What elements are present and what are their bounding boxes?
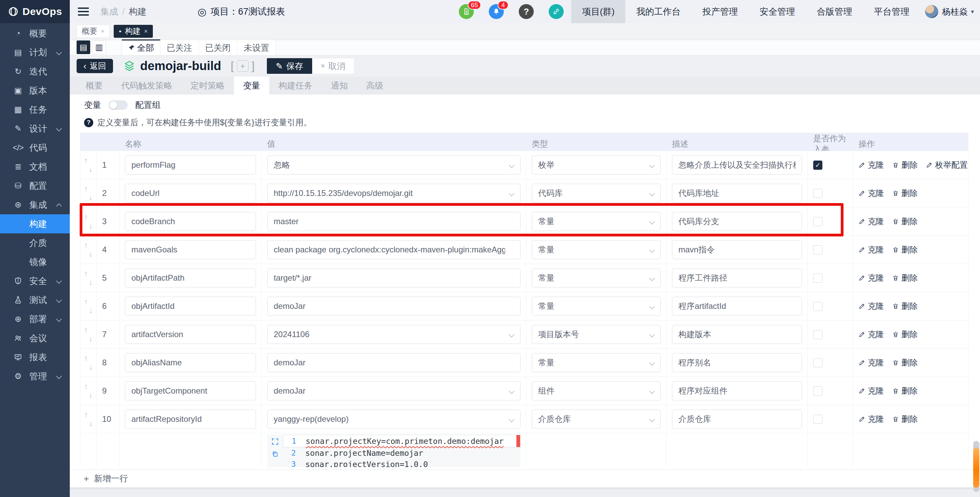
filter-tab-unset[interactable]: 未设置 (237, 40, 276, 55)
variable-name-input[interactable] (125, 212, 256, 231)
sidebar-item-plan[interactable]: ▤计划 (0, 43, 70, 62)
variable-desc-input[interactable] (672, 325, 802, 344)
move-down-button[interactable]: ↓ (89, 222, 92, 230)
sidebar-item-docs[interactable]: ≣文档 (0, 157, 70, 176)
tab-chip-build[interactable]: ● 构建 × (114, 25, 153, 38)
variable-name-input[interactable] (125, 156, 256, 175)
clone-button[interactable]: 克隆 (859, 160, 884, 170)
sidebar-item-config[interactable]: ⛁配置 (0, 176, 70, 195)
nav-security-mgmt[interactable]: 安全管理 (749, 0, 806, 23)
tab-code-trigger-policy[interactable]: 代码触发策略 (112, 76, 181, 95)
move-up-button[interactable]: ↑ (84, 326, 88, 334)
move-down-button[interactable]: ↓ (89, 250, 92, 258)
variable-desc-input[interactable] (672, 353, 802, 372)
move-down-button[interactable]: ↓ (89, 166, 92, 173)
variable-name-input[interactable] (125, 184, 256, 203)
clone-button[interactable]: 克隆 (859, 386, 884, 396)
variable-desc-input[interactable] (672, 410, 802, 429)
clone-button[interactable]: 克隆 (859, 329, 884, 340)
variable-type-select[interactable] (532, 381, 661, 400)
add-row-button[interactable]: ＋ 新增一行 (82, 473, 128, 484)
move-up-button[interactable]: ↑ (84, 270, 88, 277)
sidebar-item-meetings[interactable]: 会议 (0, 329, 70, 348)
app-logo[interactable]: DevOps (0, 0, 70, 23)
sidebar-item-versions[interactable]: ▣版本 (0, 81, 70, 100)
move-down-button[interactable]: ↓ (89, 194, 92, 202)
input-param-checkbox[interactable] (813, 330, 822, 339)
list-view-button[interactable]: ▤ (76, 40, 90, 54)
sidebar-item-code[interactable]: </>代码 (0, 138, 70, 157)
filter-tab-closed[interactable]: 已关闭 (199, 40, 237, 55)
clone-button[interactable]: 克隆 (859, 273, 884, 283)
sidebar-item-integration[interactable]: ⊛集成 (0, 195, 70, 214)
clone-button[interactable]: 克隆 (859, 301, 884, 311)
sidebar-item-iteration[interactable]: ↻迭代 (0, 62, 70, 81)
enum-config-button[interactable]: 枚举配置 (926, 160, 968, 170)
nav-projects[interactable]: 项目(群) (571, 0, 625, 23)
variable-desc-input[interactable] (672, 212, 802, 231)
tab-chip-overview[interactable]: 概要 × (76, 25, 110, 38)
close-icon[interactable]: × (144, 27, 148, 35)
variable-name-input[interactable] (125, 268, 256, 287)
move-up-button[interactable]: ↑ (84, 383, 88, 390)
input-param-checkbox[interactable] (813, 415, 822, 424)
variable-type-select[interactable] (532, 212, 661, 231)
variable-value-input[interactable] (267, 184, 520, 203)
variable-desc-input[interactable] (672, 297, 802, 316)
variable-value-input[interactable] (267, 353, 520, 372)
add-tag-button[interactable]: ＋ (237, 60, 248, 72)
variable-value-input[interactable] (267, 268, 520, 287)
move-up-button[interactable]: ↑ (84, 241, 88, 249)
code-line[interactable]: 3 sonar.projectVersion=1.0.0 (283, 459, 520, 467)
delete-button[interactable]: 删除 (892, 244, 918, 255)
variable-name-input[interactable] (125, 410, 256, 429)
variable-value-input[interactable] (267, 156, 520, 175)
clone-button[interactable]: 克隆 (859, 244, 884, 255)
input-param-checkbox[interactable] (813, 302, 822, 311)
variable-value-input[interactable] (267, 212, 520, 231)
cancel-button[interactable]: × 取消 (312, 58, 354, 74)
sidebar-item-artifacts[interactable]: 介质 (0, 233, 70, 252)
variable-type-select[interactable] (532, 240, 661, 259)
back-button[interactable]: ‹ 返回 (76, 59, 113, 73)
clone-button[interactable]: 克隆 (859, 414, 884, 424)
delete-button[interactable]: 删除 (892, 216, 918, 227)
variable-value-input[interactable] (267, 325, 520, 344)
sidebar-item-design[interactable]: ✎设计 (0, 119, 70, 138)
move-down-button[interactable]: ↓ (89, 392, 92, 399)
tab-build-tasks[interactable]: 构建任务 (269, 76, 322, 95)
link-button[interactable] (549, 4, 564, 19)
sidebar-item-deploy[interactable]: ⊕部署 (0, 310, 70, 329)
move-up-button[interactable]: ↑ (84, 298, 88, 305)
move-down-button[interactable]: ↓ (89, 363, 92, 371)
sidebar-item-build[interactable]: 构建 (0, 214, 70, 233)
move-up-button[interactable]: ↑ (84, 354, 88, 362)
input-param-checkbox[interactable] (813, 358, 822, 367)
delete-button[interactable]: 删除 (892, 188, 918, 198)
variable-desc-input[interactable] (672, 184, 802, 203)
scrollbar-thumb[interactable] (973, 448, 979, 488)
code-editor[interactable]: 1 sonar.projectKey=com.primeton.demo:dem… (267, 435, 520, 467)
code-line[interactable]: 2 sonar.projectName=demojar (283, 447, 520, 459)
nav-platform-mgmt[interactable]: 平台管理 (863, 0, 920, 23)
sidebar-item-admin[interactable]: ⚙管理 (0, 367, 70, 386)
variable-name-input[interactable] (125, 325, 256, 344)
save-button[interactable]: ✎ 保存 (267, 58, 312, 74)
delete-button[interactable]: 删除 (892, 301, 918, 311)
move-up-button[interactable]: ↑ (84, 213, 88, 221)
variable-type-select[interactable] (532, 410, 661, 429)
delete-button[interactable]: 删除 (892, 357, 918, 368)
delete-button[interactable]: 删除 (892, 160, 918, 170)
notifications-button[interactable]: 4 (489, 4, 504, 19)
close-icon[interactable]: × (101, 27, 105, 35)
variable-name-input[interactable] (125, 240, 256, 259)
filter-tab-followed[interactable]: 已关注 (160, 40, 199, 55)
code-line[interactable]: 1 sonar.projectKey=com.primeton.demo:dem… (283, 435, 520, 447)
variable-value-input[interactable] (267, 410, 520, 429)
sidebar-item-tasks[interactable]: ▦任务 (0, 100, 70, 119)
variable-name-input[interactable] (125, 297, 256, 316)
delete-button[interactable]: 删除 (892, 414, 918, 424)
input-param-checkbox[interactable] (813, 189, 822, 198)
clone-button[interactable]: 克隆 (859, 357, 884, 368)
variable-type-select[interactable] (532, 353, 661, 372)
